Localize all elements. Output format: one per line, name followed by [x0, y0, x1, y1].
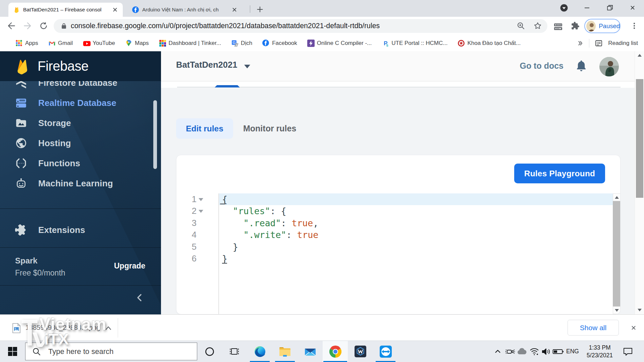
- menu-kebab-icon[interactable]: [630, 21, 639, 30]
- bookmark-item[interactable]: P s UTE Portal :: HCMC...: [382, 40, 447, 47]
- tray-wifi-icon[interactable]: [529, 341, 540, 362]
- new-tab-button[interactable]: [256, 5, 264, 14]
- notifications-bell-icon[interactable]: [576, 59, 587, 72]
- code-line-6[interactable]: 6}: [176, 253, 620, 264]
- code-line-1[interactable]: 1{: [176, 193, 620, 205]
- taskbar-chrome-icon[interactable]: [323, 341, 348, 362]
- sidebar-item-hosting[interactable]: Hosting: [0, 133, 161, 153]
- action-center-icon[interactable]: [620, 341, 636, 362]
- download-file-icon: [12, 323, 21, 334]
- taskbar-word-icon[interactable]: [348, 341, 373, 362]
- taskbar-teamviewer-icon[interactable]: [373, 341, 398, 362]
- extensions-puzzle-icon[interactable]: [571, 21, 580, 30]
- sidebar-item-storage[interactable]: Storage: [0, 113, 161, 133]
- page-scroll-up-icon[interactable]: [638, 54, 642, 57]
- fold-arrow-icon[interactable]: [199, 210, 203, 213]
- download-filename[interactable]: 138594986_29884....png: [25, 324, 100, 331]
- account-avatar[interactable]: [599, 57, 619, 76]
- tab-monitor-rules[interactable]: Monitor rules: [243, 118, 317, 139]
- taskbar-fileexplorer-icon[interactable]: [272, 341, 298, 362]
- line-number: 4: [176, 229, 197, 241]
- scroll-up-icon[interactable]: [613, 193, 621, 201]
- browser-tab-arduino[interactable]: Arduino Việt Nam : Anh chị ơi, ch: [127, 3, 245, 17]
- tray-clock[interactable]: 1:33 PM 5/23/2021: [584, 341, 616, 362]
- tab-title: Arduino Việt Nam : Anh chị ơi, ch: [142, 7, 228, 13]
- tray-language-label[interactable]: ENG: [565, 341, 580, 362]
- reading-list-label[interactable]: Reading list: [608, 40, 638, 47]
- editor-scrollbar-thumb[interactable]: [613, 201, 621, 306]
- taskbar-cortana-icon[interactable]: [197, 341, 222, 362]
- upgrade-button[interactable]: Upgrade: [114, 261, 145, 270]
- sidebar-item-extensions[interactable]: Extensions: [0, 220, 161, 240]
- project-caret-icon[interactable]: [244, 65, 250, 68]
- tray-onedrive-icon[interactable]: [516, 341, 528, 362]
- fold-arrow-icon[interactable]: [199, 198, 203, 201]
- page-scrollbar-thumb[interactable]: [636, 79, 643, 198]
- tab-edit-rules[interactable]: Edit rules: [176, 118, 233, 139]
- project-selector[interactable]: BatTatDen2021: [176, 60, 237, 70]
- sidebar-item-machine-learning[interactable]: Machine Learning: [0, 173, 161, 193]
- bookmarks-overflow-icon[interactable]: [577, 40, 584, 47]
- tray-battery-icon[interactable]: [552, 341, 564, 362]
- bookmark-item[interactable]: Maps: [125, 40, 149, 47]
- sidebar-scrollbar-thumb[interactable]: [153, 100, 157, 169]
- download-caret-icon[interactable]: [105, 325, 111, 330]
- firebase-header: BatTatDen2021 Go to docs: [161, 51, 635, 81]
- show-all-button[interactable]: Show all: [568, 320, 619, 336]
- bookmark-star-icon[interactable]: [533, 21, 542, 30]
- tray-date: 5/23/2021: [587, 352, 613, 359]
- rules-playground-button[interactable]: Rules Playground: [514, 164, 605, 183]
- start-button[interactable]: [0, 341, 25, 362]
- window-minimize-button[interactable]: [583, 4, 591, 11]
- forward-icon[interactable]: [23, 21, 32, 31]
- tray-volume-icon[interactable]: [540, 341, 552, 362]
- code-token: {: [222, 194, 227, 204]
- sidebar-collapse-icon[interactable]: [135, 293, 144, 302]
- tray-meetnow-icon[interactable]: [504, 341, 516, 362]
- bookmark-item[interactable]: Dashboard | Tinker...: [159, 40, 221, 47]
- running-indicator: [376, 361, 395, 362]
- profile-button[interactable]: Paused: [584, 19, 621, 33]
- window-close-button[interactable]: [629, 4, 636, 11]
- zoom-icon[interactable]: [517, 21, 525, 30]
- code-line-5[interactable]: 5 }: [176, 241, 620, 253]
- bookmark-item[interactable]: Facebook: [262, 40, 297, 47]
- windows-taskbar: Type here to search: [0, 341, 644, 362]
- page-scroll-down-icon[interactable]: [638, 309, 642, 311]
- taskbar-search-input[interactable]: Type here to search: [25, 343, 197, 360]
- bookmark-label: Gmail: [58, 40, 73, 47]
- tab-close-icon[interactable]: [111, 6, 119, 13]
- back-icon[interactable]: [7, 21, 16, 31]
- taskbar-edge-icon[interactable]: [247, 341, 272, 362]
- address-bar[interactable]: console.firebase.google.com/u/0/project/…: [54, 19, 547, 33]
- go-to-docs-link[interactable]: Go to docs: [520, 61, 564, 71]
- page-scrollbar[interactable]: [635, 51, 644, 314]
- taskbar-taskview-icon[interactable]: [222, 341, 247, 362]
- code-editor[interactable]: 1{2 "rules": {3 ".read": true,4 ".write"…: [176, 193, 620, 314]
- tray-chevron-icon[interactable]: [493, 341, 502, 362]
- download-close-icon[interactable]: [630, 324, 637, 331]
- keyboard-extension-icon[interactable]: [553, 21, 562, 30]
- tab-search-icon[interactable]: [560, 4, 568, 11]
- bookmark-item[interactable]: Apps: [15, 40, 38, 47]
- lock-icon[interactable]: [60, 22, 67, 29]
- bookmark-item[interactable]: YouTube: [83, 40, 115, 47]
- taskbar-mail-icon[interactable]: [298, 341, 323, 362]
- tab-close-icon[interactable]: [231, 6, 238, 13]
- bookmark-item[interactable]: Online C Compiler -...: [307, 40, 372, 47]
- code-line-2[interactable]: 2 "rules": {: [176, 205, 620, 217]
- editor-scrollbar[interactable]: [613, 193, 621, 314]
- browser-tab-firebase[interactable]: BatTatDen2021 – Firebase consol: [8, 3, 123, 17]
- bookmark-item[interactable]: Gmail: [48, 40, 73, 47]
- sidebar-item-realtime-database[interactable]: Realtime Database: [0, 93, 161, 113]
- window-restore-button[interactable]: [606, 4, 613, 11]
- code-line-3[interactable]: 3 ".read": true,: [176, 217, 620, 229]
- reading-list-icon[interactable]: [595, 39, 603, 47]
- code-token: }: [222, 253, 227, 264]
- sidebar-item-functions[interactable]: Functions: [0, 153, 161, 173]
- firebase-brand[interactable]: Firebase: [0, 51, 161, 81]
- bookmark-item[interactable]: G x Dịch: [231, 40, 252, 47]
- reload-icon[interactable]: [39, 21, 48, 31]
- bookmark-item[interactable]: Khoa Đào tạo Chất...: [458, 40, 521, 47]
- code-line-4[interactable]: 4 ".write": true: [176, 229, 620, 241]
